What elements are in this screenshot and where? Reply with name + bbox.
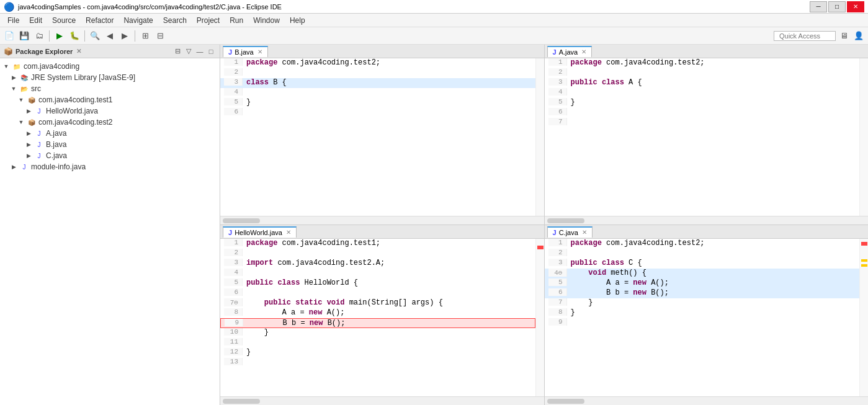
helloworld-bottom-scrollbar[interactable]	[220, 396, 544, 405]
pe-close-marker: ✕	[76, 48, 81, 55]
tab-helloworld-close[interactable]: ✕	[286, 229, 291, 236]
tab-cjava-close[interactable]: ✕	[582, 229, 587, 236]
views-button[interactable]: ⊟	[153, 29, 167, 43]
cjava-rg-warn-2	[861, 264, 867, 267]
menu-navigate[interactable]: Navigate	[119, 15, 158, 26]
java-icon-module: J	[19, 162, 29, 172]
tab-helloworld[interactable]: J HelloWorld.java ✕	[223, 226, 297, 238]
helloworld-code: 1 package com.java4coding.test1; 2 3 imp…	[220, 239, 535, 368]
tab-ajava-close[interactable]: ✕	[581, 48, 586, 55]
package-explorer-tree: ▼ 📁 com.java4coding ▶ 📚 JRE System Libra…	[0, 58, 220, 405]
titlebar-controls[interactable]: ─ □ ✕	[810, 1, 864, 12]
search-button[interactable]: 🔍	[88, 29, 102, 43]
java-icon-helloworld: J	[34, 106, 44, 116]
tab-bjava-close[interactable]: ✕	[257, 48, 262, 55]
perspective-icon-button[interactable]: 🖥	[837, 29, 851, 43]
pe-collapse-icon[interactable]: ⊟	[172, 47, 182, 56]
menu-window[interactable]: Window	[248, 15, 285, 26]
ajava-arrow: ▶	[25, 130, 32, 136]
toolbar-extra[interactable]: 👤	[852, 29, 866, 43]
ajava-bottom-scrollbar[interactable]	[545, 216, 869, 225]
ajava-editor-main[interactable]: 1 package com.java4coding.test2; 2 3 pub…	[545, 58, 860, 216]
new-button[interactable]: 📄	[2, 29, 16, 43]
close-button[interactable]: ✕	[847, 1, 864, 12]
tab-bjava[interactable]: J B.java ✕	[223, 46, 268, 57]
hw-line-10: 10 }	[220, 328, 535, 338]
menu-search[interactable]: Search	[158, 15, 192, 26]
tree-item-helloworld[interactable]: ▶ J HelloWorld.java	[25, 105, 217, 117]
tree-item-ajava[interactable]: ▶ J A.java	[25, 128, 217, 139]
hw-line-4: 4	[220, 269, 535, 278]
quick-access-input[interactable]	[774, 31, 836, 41]
cjava-rg-warn-1	[861, 259, 867, 262]
tab-cjava[interactable]: J C.java ✕	[547, 226, 593, 238]
project-arrow: ▼	[2, 63, 10, 69]
tree-item-test2[interactable]: ▼ 📦 com.java4coding.test2	[17, 117, 217, 128]
helloworld-tab-icon: J	[228, 229, 232, 236]
helloworld-label: HelloWorld.java	[46, 107, 98, 115]
cjava-editor-main[interactable]: 1 package com.java4coding.test2; 2 3 pub…	[545, 239, 860, 396]
jre-icon: 📚	[19, 73, 29, 82]
menubar: File Edit Source Refactor Navigate Searc…	[0, 14, 868, 27]
hw-line-13: 13	[220, 358, 535, 368]
tree-item-src[interactable]: ▼ 📂 src	[10, 83, 217, 94]
cjava-line-8: 8 }	[545, 308, 860, 318]
tree-item-project[interactable]: ▼ 📁 com.java4coding	[2, 61, 217, 72]
menu-edit[interactable]: Edit	[24, 15, 47, 26]
menu-project[interactable]: Project	[192, 15, 225, 26]
menu-run[interactable]: Run	[225, 15, 248, 26]
bjava-bottom-scrollbar[interactable]	[220, 216, 544, 225]
jre-arrow: ▶	[10, 74, 17, 81]
editor-ajava: J A.java ✕ 1 package com.java4coding.tes…	[545, 45, 869, 225]
pe-menu-icon[interactable]: ▽	[184, 47, 194, 56]
tree-item-bjava[interactable]: ▶ J B.java	[25, 139, 217, 150]
cjava-bottom-scrollbar[interactable]	[545, 396, 869, 405]
ajava-line-5: 5 }	[545, 98, 860, 108]
src-label: src	[31, 84, 41, 93]
menu-refactor[interactable]: Refactor	[81, 15, 119, 26]
test2-arrow: ▼	[17, 119, 25, 125]
menu-source[interactable]: Source	[47, 15, 81, 26]
hw-line-9-error: 9 B b = new B();	[220, 318, 535, 328]
run-button[interactable]: ▶	[53, 29, 66, 43]
src-icon: 📂	[19, 84, 29, 94]
menu-file[interactable]: File	[2, 15, 24, 26]
cjava-line-1: 1 package com.java4coding.test2;	[545, 239, 860, 249]
forward-button[interactable]: ▶	[118, 29, 132, 43]
bjava-editor-outer: 1 package com.java4coding.test2; 2 3 cla…	[220, 58, 544, 216]
tree-item-test1[interactable]: ▼ 📦 com.java4coding.test1	[17, 94, 217, 105]
menu-help[interactable]: Help	[285, 15, 310, 26]
editor-ajava-tabbar: J A.java ✕	[545, 45, 869, 58]
tab-bjava-label: B.java	[235, 48, 254, 56]
tree-item-jre[interactable]: ▶ 📚 JRE System Library [JavaSE-9]	[10, 72, 217, 83]
package-explorer-label: Package Explorer	[16, 48, 73, 55]
editor-helloworld: J HelloWorld.java ✕ 1 package com.java4c…	[220, 225, 544, 405]
save-button[interactable]: 💾	[17, 29, 31, 43]
package-icon-1: 📦	[27, 95, 37, 105]
bjava-line-1: 1 package com.java4coding.test2;	[220, 58, 535, 68]
perspective-button[interactable]: ⊞	[138, 29, 152, 43]
helloworld-editor-main[interactable]: 1 package com.java4coding.test1; 2 3 imp…	[220, 239, 535, 396]
ajava-code: 1 package com.java4coding.test2; 2 3 pub…	[545, 58, 860, 128]
bjava-arrow: ▶	[25, 141, 32, 148]
cjava-line-2: 2	[545, 249, 860, 259]
main-area: 📦 Package Explorer ✕ ⊟ ▽ — □ ▼ 📁 com.jav…	[0, 45, 868, 405]
cjava-scrollbar-thumb	[547, 399, 584, 404]
editor-bjava-tabbar: J B.java ✕	[220, 45, 544, 58]
back-button[interactable]: ◀	[103, 29, 117, 43]
maximize-button[interactable]: □	[828, 1, 846, 12]
pe-min-icon[interactable]: —	[195, 47, 205, 56]
save-all-button[interactable]: 🗂	[32, 29, 46, 43]
bjava-line-4: 4	[220, 88, 535, 98]
tab-ajava[interactable]: J A.java ✕	[547, 46, 593, 57]
debug-button[interactable]: 🐛	[68, 29, 81, 43]
minimize-button[interactable]: ─	[810, 1, 827, 12]
cjava-line-6: 6 B b = new B();	[545, 288, 860, 298]
pe-max-icon[interactable]: □	[206, 47, 216, 56]
tab-ajava-label: A.java	[559, 48, 578, 56]
eclipse-icon: 🔵	[4, 2, 14, 12]
tree-item-moduleinfo[interactable]: ▶ J module-info.java	[10, 161, 217, 172]
java-icon-b: J	[34, 140, 44, 149]
tree-item-cjava[interactable]: ▶ J C.java	[25, 150, 217, 161]
bjava-editor-main[interactable]: 1 package com.java4coding.test2; 2 3 cla…	[220, 58, 535, 216]
